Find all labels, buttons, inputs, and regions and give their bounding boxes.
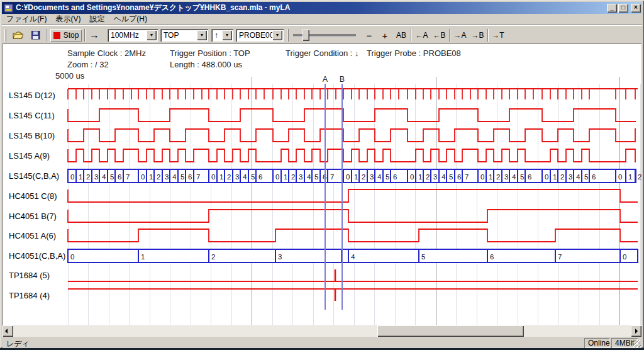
- open-folder-icon: [13, 31, 24, 40]
- channel-label: LS145 B(10): [9, 131, 55, 140]
- channel-label: LS145 C(11): [9, 111, 55, 120]
- menu-file[interactable]: ファイル(F): [2, 13, 51, 25]
- channel-label: HC4051 B(7): [9, 212, 57, 221]
- zoom-info: Zoom : / 32: [67, 60, 109, 69]
- toolbar-grabber: [4, 29, 6, 42]
- chevron-down-icon[interactable]: ▼: [147, 30, 157, 40]
- minimize-button[interactable]: _: [607, 4, 617, 13]
- run-button[interactable]: →: [87, 29, 101, 42]
- app-window: C:¥Documents and Settings¥noname¥デスクトップ¥…: [0, 0, 644, 348]
- goto-trigger-button[interactable]: →T: [491, 29, 506, 42]
- app-icon: [4, 4, 13, 13]
- window-title: C:¥Documents and Settings¥noname¥デスクトップ¥…: [16, 3, 607, 13]
- channel-label: LS145 D(12): [9, 91, 55, 100]
- length-info: Length : 488.000 us: [170, 60, 242, 69]
- left-arrow-icon: [5, 329, 8, 334]
- sample-clock-value: 100MHz: [108, 31, 147, 40]
- scroll-left-button[interactable]: [3, 325, 13, 337]
- trigger-edge-combo[interactable]: ↑ ▼: [211, 29, 233, 42]
- toolbar: Stop → 100MHz ▼ TOP ▼ ↑ ▼ PROBE00 ▼ − + …: [2, 25, 642, 43]
- waveform-panel: Sample Clock : 2MHz Trigger Position : T…: [3, 43, 641, 325]
- trigger-probe-info: Trigger Probe : PROBE08: [367, 48, 461, 58]
- goto-cursor-b-button[interactable]: ←B: [431, 29, 447, 42]
- stop-button[interactable]: Stop: [50, 29, 82, 42]
- toolbar-separator: [84, 29, 86, 42]
- scroll-right-button[interactable]: [631, 325, 641, 337]
- channel-label: HC4051 A(6): [9, 231, 56, 240]
- menubar: ファイル(F) 表示(V) 設定 ヘルプ(H): [2, 14, 642, 25]
- chevron-down-icon[interactable]: ▼: [197, 30, 207, 40]
- toolbar-separator: [487, 29, 489, 42]
- goto-cursor-a-button[interactable]: ←A: [414, 29, 430, 42]
- trigger-condition-info: Trigger Condition : ↓: [286, 48, 359, 58]
- menu-help[interactable]: ヘルプ(H): [109, 13, 152, 25]
- zoom-in-button[interactable]: +: [378, 29, 392, 42]
- trigger-probe-combo[interactable]: PROBE00 ▼: [236, 29, 284, 42]
- set-cursor-a-button[interactable]: →A: [452, 29, 468, 42]
- channel-label: TP1684 (4): [9, 291, 50, 300]
- channel-label: LS145 A(9): [9, 151, 50, 161]
- channel-label: TP1684 (5): [9, 271, 50, 280]
- trigger-edge-value: ↑: [211, 31, 222, 40]
- toolbar-grabber: [287, 29, 289, 42]
- trigger-probe-value: PROBE00: [236, 31, 272, 40]
- toolbar-separator: [411, 29, 412, 42]
- trigger-position-info: Trigger Position : TOP: [170, 48, 250, 58]
- horizontal-scrollbar[interactable]: [3, 325, 641, 337]
- menu-view[interactable]: 表示(V): [51, 13, 85, 25]
- maximize-button[interactable]: □: [618, 4, 628, 13]
- status-online: Online: [584, 338, 609, 348]
- save-button[interactable]: [28, 29, 43, 42]
- ab-range-button[interactable]: AB: [394, 29, 409, 42]
- chevron-down-icon[interactable]: ▼: [272, 30, 282, 40]
- chevron-down-icon[interactable]: ▼: [222, 30, 232, 40]
- sample-clock-info: Sample Clock : 2MHz: [67, 48, 146, 58]
- titlebar: C:¥Documents and Settings¥noname¥デスクトップ¥…: [2, 2, 642, 14]
- stop-icon: [53, 32, 60, 39]
- channel-label: HC4051(C,B,A): [9, 251, 65, 261]
- statusbar: レディ Online 4MBit: [3, 338, 641, 348]
- trigger-position-combo[interactable]: TOP ▼: [160, 29, 208, 42]
- trigger-position-value: TOP: [160, 31, 197, 40]
- toolbar-separator: [46, 29, 47, 42]
- stop-label: Stop: [64, 31, 79, 40]
- zoom-slider-thumb[interactable]: [303, 30, 309, 41]
- toolbar-separator: [449, 29, 450, 42]
- channel-label: LS145(C,B,A): [9, 171, 59, 181]
- menu-settings[interactable]: 設定: [85, 13, 109, 25]
- sample-clock-combo[interactable]: 100MHz ▼: [108, 29, 158, 42]
- set-cursor-b-button[interactable]: →B: [470, 29, 486, 42]
- save-floppy-icon: [31, 31, 40, 40]
- close-button[interactable]: ×: [631, 4, 641, 13]
- resize-grip[interactable]: [633, 340, 641, 347]
- scrollbar-thumb[interactable]: [377, 325, 524, 337]
- status-ready: レディ: [6, 339, 30, 349]
- zoom-out-button[interactable]: −: [362, 29, 376, 42]
- open-file-button[interactable]: [10, 29, 26, 42]
- division-label: 5000 us: [55, 71, 84, 81]
- right-arrow-icon: [635, 329, 638, 334]
- channel-label: HC4051 C(8): [9, 191, 57, 201]
